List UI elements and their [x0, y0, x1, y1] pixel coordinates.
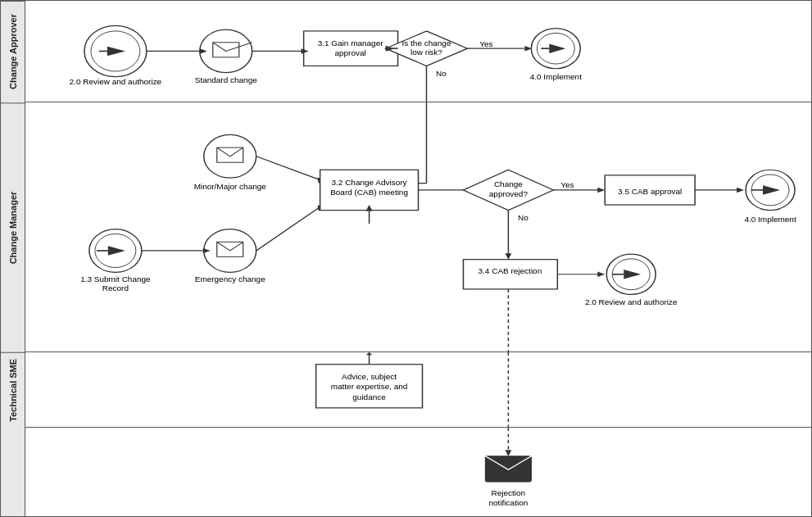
- lane-label-approver: Change Approver: [1, 1, 25, 102]
- svg-marker-48: [597, 188, 605, 193]
- change-approved-q1: Change: [494, 181, 523, 188]
- review-authorize-label: 2.0 Review and authorize: [70, 79, 162, 86]
- advice-label3: guidance: [352, 394, 385, 401]
- no-label-1: No: [436, 70, 447, 78]
- low-risk-q1: Is the change: [402, 40, 451, 48]
- svg-line-29: [256, 156, 320, 180]
- svg-marker-68: [366, 352, 373, 355]
- lanes-area: 2.0 Review and authorize Standard change…: [25, 1, 811, 516]
- implement-2-label: 4.0 Implement: [744, 216, 796, 224]
- svg-marker-51: [737, 188, 744, 193]
- svg-marker-60: [597, 271, 605, 277]
- low-risk-q2: low risk?: [411, 49, 442, 57]
- change-approved-q2: approved?: [489, 191, 528, 198]
- lane-label-manager: Change Manager: [1, 102, 25, 352]
- yes-label-1: Yes: [479, 41, 493, 48]
- minor-major-label: Minor/Major change: [194, 184, 266, 191]
- lane-approver: 2.0 Review and authorize Standard change…: [25, 1, 811, 102]
- gain-approval-label: 3.1 Gain manager: [318, 39, 383, 47]
- submit-change-label2: Record: [102, 285, 129, 293]
- svg-rect-8: [304, 31, 398, 66]
- rejection-notification-label2: notification: [489, 499, 528, 506]
- svg-marker-57: [505, 253, 511, 259]
- lane-labels: Change Approver Change Manager Technical…: [1, 1, 25, 516]
- implement-1-label: 4.0 Implement: [530, 74, 583, 81]
- lane-sme: Advice, subject matter expertise, and gu…: [25, 352, 811, 428]
- standard-change-label: Standard change: [195, 77, 257, 84]
- review-authorize-2-label: 2.0 Review and authorize: [585, 299, 678, 306]
- lane-label-bottom: [1, 428, 25, 516]
- cab-meeting-label2: Board (CAB) meeting: [330, 189, 408, 197]
- advice-label1: Advice, subject: [342, 374, 397, 381]
- lane-manager: Minor/Major change 1.3 Submit Change Rec…: [25, 102, 811, 352]
- yes-label-2: Yes: [560, 182, 574, 189]
- svg-line-39: [256, 206, 320, 250]
- diagram-container: Change Approver Change Manager Technical…: [0, 0, 812, 517]
- lane-bottom: Rejection notification: [25, 428, 811, 516]
- lane-label-sme: Technical SME: [1, 352, 25, 428]
- cab-approval-label: 3.5 CAB approval: [618, 188, 682, 195]
- cab-meeting-label1: 3.2 Change Advisory: [332, 179, 408, 187]
- submit-change-label: 1.3 Submit Change: [80, 276, 150, 283]
- rejection-notification-label1: Rejection: [492, 490, 526, 497]
- gain-approval-label2: approval: [334, 50, 365, 57]
- cab-rejection-label1: 3.4 CAB rejection: [479, 268, 542, 275]
- advice-label2: matter expertise, and: [331, 384, 408, 392]
- emergency-change-label: Emergency change: [195, 276, 265, 283]
- svg-marker-71: [505, 450, 511, 456]
- no-label-2: No: [518, 215, 528, 222]
